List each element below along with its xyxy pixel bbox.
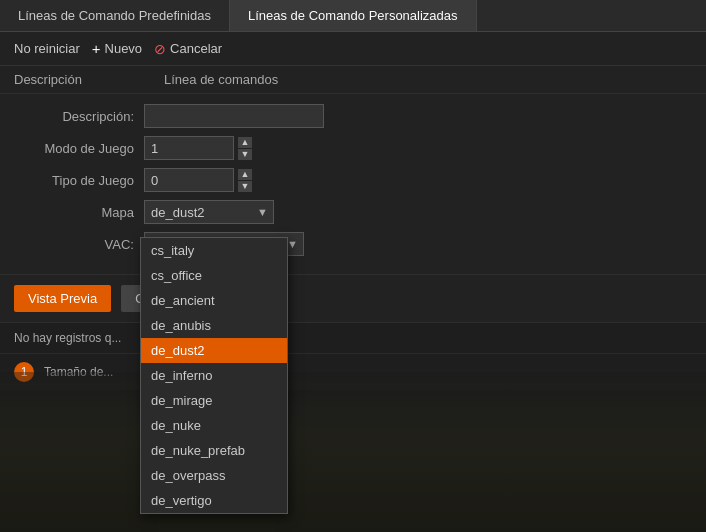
plus-icon: + <box>92 40 101 57</box>
map-option-de-nuke[interactable]: de_nuke <box>141 413 287 438</box>
game-type-input[interactable] <box>144 168 234 192</box>
cancel-button[interactable]: ⊘ Cancelar <box>154 41 222 57</box>
game-mode-input[interactable] <box>144 136 234 160</box>
map-option-cs-office[interactable]: cs_office <box>141 263 287 288</box>
game-type-label: Tipo de Juego <box>14 173 144 188</box>
game-mode-spinner: ▲ ▼ <box>144 136 252 160</box>
map-option-de-mirage[interactable]: de_mirage <box>141 388 287 413</box>
game-mode-row: Modo de Juego ▲ ▼ <box>14 136 692 160</box>
game-type-arrows: ▲ ▼ <box>238 169 252 192</box>
game-type-down[interactable]: ▼ <box>238 181 252 192</box>
status-text: No hay registros q... <box>14 331 121 345</box>
game-type-up[interactable]: ▲ <box>238 169 252 180</box>
map-dropdown: cs_italy cs_office de_ancient de_anubis … <box>140 237 288 514</box>
desc-label: Descripción: <box>14 109 144 124</box>
game-mode-down[interactable]: ▼ <box>238 149 252 160</box>
game-type-spinner: ▲ ▼ <box>144 168 252 192</box>
map-option-de-overpass[interactable]: de_overpass <box>141 463 287 488</box>
new-label: Nuevo <box>105 41 143 56</box>
map-option-de-nuke-prefab[interactable]: de_nuke_prefab <box>141 438 287 463</box>
map-row: Mapa ▼ <box>14 200 692 224</box>
status-bar: No hay registros q... <box>0 323 706 354</box>
background-decoration <box>0 372 706 532</box>
col-desc-header: Descripción <box>14 72 164 87</box>
map-label: Mapa <box>14 205 144 220</box>
desc-row: Descripción: <box>14 104 692 128</box>
vac-label: VAC: <box>14 237 144 252</box>
desc-input[interactable] <box>144 104 324 128</box>
map-input[interactable] <box>144 200 274 224</box>
col-cmd-header: Línea de comandos <box>164 72 692 87</box>
vac-row: VAC: ▼ <box>14 232 692 256</box>
game-mode-arrows: ▲ ▼ <box>238 137 252 160</box>
column-headers: Descripción Línea de comandos <box>0 66 706 94</box>
map-option-de-dust2[interactable]: de_dust2 <box>141 338 287 363</box>
preview-button[interactable]: Vista Previa <box>14 285 111 312</box>
game-type-row: Tipo de Juego ▲ ▼ <box>14 168 692 192</box>
form-area: Descripción: Modo de Juego ▲ ▼ Tipo de J… <box>0 94 706 275</box>
game-mode-up[interactable]: ▲ <box>238 137 252 148</box>
no-restart-label: No reiniciar <box>14 41 80 56</box>
map-option-de-ancient[interactable]: de_ancient <box>141 288 287 313</box>
toolbar: No reiniciar + Nuevo ⊘ Cancelar <box>0 32 706 66</box>
action-row: Vista Previa OK Cancelar <box>0 275 706 323</box>
map-option-cs-italy[interactable]: cs_italy <box>141 238 287 263</box>
cancel-label: Cancelar <box>170 41 222 56</box>
cancel-icon: ⊘ <box>154 41 166 57</box>
game-mode-label: Modo de Juego <box>14 141 144 156</box>
tab-predefined[interactable]: Líneas de Comando Predefinidas <box>0 0 230 31</box>
map-option-de-vertigo[interactable]: de_vertigo <box>141 488 287 513</box>
new-button[interactable]: + Nuevo <box>92 40 142 57</box>
map-option-de-anubis[interactable]: de_anubis <box>141 313 287 338</box>
map-select-wrap: ▼ <box>144 200 274 224</box>
tab-custom[interactable]: Líneas de Comando Personalizadas <box>230 0 477 31</box>
tab-bar: Líneas de Comando Predefinidas Líneas de… <box>0 0 706 32</box>
map-option-de-inferno[interactable]: de_inferno <box>141 363 287 388</box>
